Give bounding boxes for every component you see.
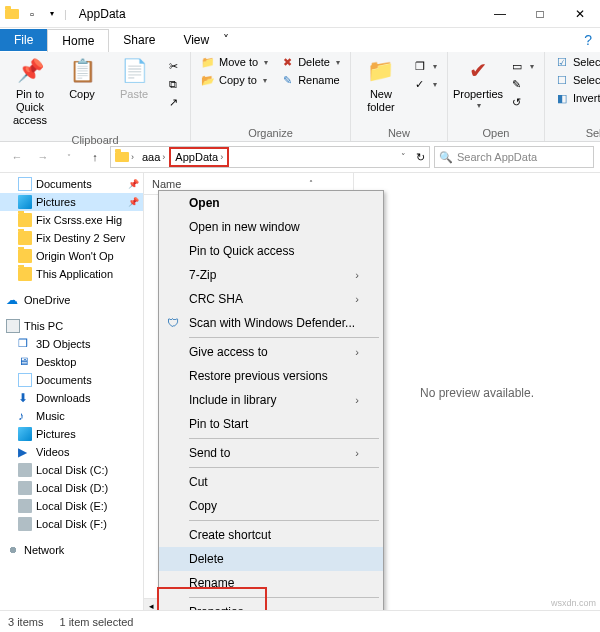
tree-origin[interactable]: Origin Won't Op xyxy=(0,247,143,265)
close-button[interactable]: ✕ xyxy=(560,0,600,28)
rename-label: Rename xyxy=(298,74,340,86)
ctx-give-access[interactable]: Give access to› xyxy=(159,340,383,364)
recent-locations-button[interactable]: ˅ xyxy=(58,146,80,168)
copy-to-button[interactable]: 📂Copy to▾ xyxy=(197,72,272,88)
ctx-send-to[interactable]: Send to› xyxy=(159,441,383,465)
rename-icon: ✎ xyxy=(280,73,294,87)
tree-fdrive[interactable]: Local Disk (F:) xyxy=(0,515,143,533)
copyto-icon: 📂 xyxy=(201,73,215,87)
pasteshortcut-small-button[interactable]: ↗ xyxy=(162,94,184,110)
properties-button[interactable]: ✔ Properties ▾ xyxy=(454,54,502,115)
addr-dropdown-button[interactable]: ˅ xyxy=(395,147,412,167)
breadcrumb-root[interactable]: › xyxy=(111,147,138,167)
chevron-right-icon: › xyxy=(220,152,223,162)
tree-3dobjects[interactable]: ❒3D Objects xyxy=(0,335,143,353)
seg2-label: AppData xyxy=(175,151,218,163)
ctx-cut[interactable]: Cut xyxy=(159,470,383,494)
tab-view[interactable]: View xyxy=(169,29,223,51)
invert-selection-button[interactable]: ◧Invert selection xyxy=(551,90,600,106)
tree-thispc[interactable]: This PC xyxy=(0,317,143,335)
history-button[interactable]: ↺ xyxy=(506,94,538,110)
ctx-7zip[interactable]: 7-Zip› xyxy=(159,263,383,287)
help-icon[interactable]: ? xyxy=(584,32,592,48)
tree-label: Music xyxy=(36,410,65,422)
breadcrumb-seg1[interactable]: aaa› xyxy=(138,147,169,167)
preview-message: No preview available. xyxy=(420,386,534,400)
new-item-button[interactable]: ❐▾ xyxy=(409,58,441,74)
refresh-button[interactable]: ↻ xyxy=(412,147,429,167)
qat-dropdown-icon[interactable]: ▾ xyxy=(44,6,60,22)
breadcrumb-seg2[interactable]: AppData› xyxy=(169,147,229,167)
tab-file[interactable]: File xyxy=(0,29,47,51)
ctx-crc-sha[interactable]: CRC SHA› xyxy=(159,287,383,311)
minimize-ribbon-icon[interactable]: ˅ xyxy=(223,33,229,47)
properties-qat-icon[interactable]: ▫ xyxy=(24,6,40,22)
chevron-down-icon: ▾ xyxy=(433,80,437,89)
tree-pictures2[interactable]: Pictures xyxy=(0,425,143,443)
chevron-down-icon: ▾ xyxy=(336,58,340,67)
ctx-restore[interactable]: Restore previous versions xyxy=(159,364,383,388)
tree-downloads[interactable]: ⬇Downloads xyxy=(0,389,143,407)
maximize-button[interactable]: □ xyxy=(520,0,560,28)
ctx-copy[interactable]: Copy xyxy=(159,494,383,518)
tree-desktop[interactable]: 🖥Desktop xyxy=(0,353,143,371)
tree-documents[interactable]: Documents📌 xyxy=(0,175,143,193)
pin-quick-access-button[interactable]: 📌 Pin to Quick access xyxy=(6,54,54,132)
tree-network[interactable]: Network xyxy=(0,541,143,559)
ctx-create-shortcut[interactable]: Create shortcut xyxy=(159,523,383,547)
properties-label: Properties xyxy=(453,88,503,101)
open-button[interactable]: ▭▾ xyxy=(506,58,538,74)
tab-share[interactable]: Share xyxy=(109,29,169,51)
tree-onedrive[interactable]: ☁OneDrive xyxy=(0,291,143,309)
cut-small-button[interactable]: ✂ xyxy=(162,58,184,74)
scroll-left-icon[interactable]: ◂ xyxy=(144,601,158,611)
navigation-pane[interactable]: Documents📌 Pictures📌 Fix Csrss.exe Hig F… xyxy=(0,173,144,612)
new-folder-button[interactable]: 📁 New folder xyxy=(357,54,405,118)
tree-pictures[interactable]: Pictures📌 xyxy=(0,193,143,211)
tree-videos[interactable]: ▶Videos xyxy=(0,443,143,461)
tree-label: Pictures xyxy=(36,196,76,208)
chevron-right-icon: › xyxy=(355,293,359,305)
minimize-button[interactable]: — xyxy=(480,0,520,28)
copy-button[interactable]: 📋 Copy xyxy=(58,54,106,105)
pc-icon xyxy=(6,319,20,333)
forward-button[interactable]: → xyxy=(32,146,54,168)
ctx-defender[interactable]: 🛡Scan with Windows Defender... xyxy=(159,311,383,335)
ribbon-tabs: File Home Share View ˅ ? xyxy=(0,28,600,52)
rename-button[interactable]: ✎Rename xyxy=(276,72,344,88)
tree-edrive[interactable]: Local Disk (E:) xyxy=(0,497,143,515)
tree-music[interactable]: ♪Music xyxy=(0,407,143,425)
ctx-rename[interactable]: Rename xyxy=(159,571,383,595)
tree-ddrive[interactable]: Local Disk (D:) xyxy=(0,479,143,497)
address-bar[interactable]: › aaa› AppData› ˅ ↻ xyxy=(110,146,430,168)
copypath-small-button[interactable]: ⧉ xyxy=(162,76,184,92)
tab-home[interactable]: Home xyxy=(47,29,109,52)
address-bar-row: ← → ˅ ↑ › aaa› AppData› ˅ ↻ 🔍 Search App… xyxy=(0,142,600,172)
ctx-delete[interactable]: Delete xyxy=(159,547,383,571)
open-small-stack: ▭▾ ✎ ↺ xyxy=(506,54,538,110)
ctx-open-new-window[interactable]: Open in new window xyxy=(159,215,383,239)
paste-button[interactable]: 📄 Paste xyxy=(110,54,158,105)
ctx-include-library[interactable]: Include in library› xyxy=(159,388,383,412)
easy-access-button[interactable]: ✓▾ xyxy=(409,76,441,92)
delete-button[interactable]: ✖Delete▾ xyxy=(276,54,344,70)
tree-fixcsrss[interactable]: Fix Csrss.exe Hig xyxy=(0,211,143,229)
search-input[interactable]: 🔍 Search AppData xyxy=(434,146,594,168)
up-button[interactable]: ↑ xyxy=(84,146,106,168)
tree-fixdestiny[interactable]: Fix Destiny 2 Serv xyxy=(0,229,143,247)
edit-button[interactable]: ✎ xyxy=(506,76,538,92)
ctx-label: Send to xyxy=(189,446,230,460)
ctx-open[interactable]: Open xyxy=(159,191,383,215)
move-to-button[interactable]: 📁Move to▾ xyxy=(197,54,272,70)
ctx-pin-start[interactable]: Pin to Start xyxy=(159,412,383,436)
ctx-pin-quick-access[interactable]: Pin to Quick access xyxy=(159,239,383,263)
ribbon-group-new: 📁 New folder ❐▾ ✓▾ New xyxy=(351,52,448,141)
tree-documents2[interactable]: Documents xyxy=(0,371,143,389)
select-none-button[interactable]: ☐Select none xyxy=(551,72,600,88)
select-all-button[interactable]: ☑Select all xyxy=(551,54,600,70)
search-placeholder: Search AppData xyxy=(457,151,537,163)
tree-label: Videos xyxy=(36,446,69,458)
tree-cdrive[interactable]: Local Disk (C:) xyxy=(0,461,143,479)
back-button[interactable]: ← xyxy=(6,146,28,168)
tree-thisapp[interactable]: This Application xyxy=(0,265,143,283)
